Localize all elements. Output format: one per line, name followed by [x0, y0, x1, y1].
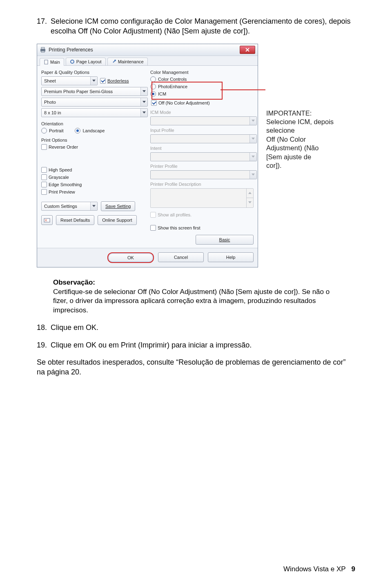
show-first-check[interactable]: Show this screen first — [150, 225, 200, 231]
stepper — [246, 189, 253, 207]
checkbox-icon — [150, 225, 156, 231]
group-label: Color Management — [150, 70, 254, 75]
svg-rect-3 — [45, 60, 48, 64]
basic-button[interactable]: Basic — [196, 235, 254, 245]
orientation-label: Orientation — [41, 121, 145, 126]
radio-icon — [75, 128, 80, 134]
ppd-box — [150, 188, 254, 208]
save-setting-button[interactable]: Save Setting — [101, 201, 135, 211]
chevron-down-icon — [140, 87, 147, 96]
chevron-down-icon — [249, 171, 256, 179]
input-profile-label: Input Profile — [150, 128, 254, 133]
value: Sheet — [44, 78, 56, 83]
tab-page-layout[interactable]: Page Layout — [66, 58, 106, 65]
cancel-button[interactable]: Cancel — [158, 252, 204, 262]
t: (Não [Sem ajuste de cor]). — [162, 27, 250, 35]
intent-label: Intent — [150, 146, 254, 151]
print-preview-check[interactable]: Print Preview — [41, 189, 145, 195]
checkbox-icon — [41, 174, 47, 180]
step-number: 17. — [37, 16, 51, 36]
label: ICM — [158, 91, 166, 96]
sheet-dropdown[interactable]: Sheet — [41, 76, 98, 85]
icm-mode-label: ICM Mode — [150, 110, 254, 115]
chevron-up-icon — [248, 192, 252, 194]
t: Clique em — [51, 341, 86, 349]
svg-point-4 — [71, 60, 74, 63]
tab-main[interactable]: Main — [40, 58, 64, 66]
printer-profile-dropdown — [150, 170, 257, 179]
tab-bar: Main Page Layout Maintenance — [37, 56, 258, 65]
t: Adjustment) — [266, 144, 302, 151]
callout-text: Selecione ICM, depois selecione — [266, 118, 350, 135]
custom-settings-dropdown[interactable]: Custom Settings — [41, 202, 98, 211]
wrench-icon — [111, 59, 116, 64]
checkbox-icon — [41, 182, 47, 187]
portrait-radio[interactable]: Portrait — [41, 128, 63, 134]
chevron-down-icon — [249, 117, 256, 125]
reset-defaults-button[interactable]: Reset Defaults — [56, 215, 94, 225]
left-column: Paper & Quality Options Sheet Borderless… — [41, 69, 145, 245]
label: Color Controls — [158, 77, 187, 82]
label: Landscape — [82, 128, 105, 133]
checkbox-icon — [41, 144, 47, 150]
t: cor]). — [266, 162, 282, 169]
help-button[interactable]: Help — [208, 252, 254, 262]
tab-label: Maintenance — [118, 59, 144, 64]
page-footer: Windows Vista e XP 9 — [283, 565, 355, 573]
reset-icon-button[interactable] — [41, 215, 53, 225]
label: Grayscale — [49, 175, 69, 180]
t: ou em — [96, 341, 121, 349]
t: Print — [121, 341, 136, 349]
label: High Speed — [49, 167, 72, 172]
printing-preferences-dialog: Printing Preferences Main Page Layout Ma… — [37, 44, 258, 267]
label: Show all profiles. — [158, 212, 192, 217]
borderless-check[interactable]: Borderless — [100, 78, 129, 84]
value: Photo — [44, 100, 56, 105]
t: ICM — [298, 118, 310, 125]
group-label: Paper & Quality Options — [41, 70, 145, 75]
online-support-button[interactable]: Online Support — [98, 215, 136, 225]
value: 8 x 10 in — [44, 110, 61, 115]
close-button[interactable] — [240, 46, 255, 54]
note: Observação: Certifique-se de selecionar … — [53, 278, 339, 316]
section-name: Windows Vista e XP — [283, 565, 345, 573]
paper-dropdown[interactable]: Premium Photo Paper Semi-Gloss — [41, 87, 148, 96]
note-label: Observação: — [53, 278, 95, 286]
quality-dropdown[interactable]: Photo — [41, 98, 148, 107]
grayscale-check[interactable]: Grayscale — [41, 174, 145, 180]
intent-dropdown — [150, 152, 257, 161]
checkbox-icon — [151, 100, 157, 106]
edge-smoothing-check[interactable]: Edge Smoothing — [41, 182, 145, 187]
t: Selecione — [51, 17, 85, 25]
callout: IMPORTANTE: Selecione ICM, depois seleci… — [266, 109, 350, 170]
step-number: 18. — [37, 323, 51, 332]
t: (Não — [302, 144, 318, 151]
tab-maintenance[interactable]: Maintenance — [107, 58, 148, 65]
tab-label: Main — [50, 60, 60, 65]
color-controls-radio[interactable]: Color Controls — [150, 76, 254, 82]
callout-text: cor]). — [266, 161, 350, 170]
step-number: 19. — [37, 340, 51, 350]
size-dropdown[interactable]: 8 x 10 in — [41, 108, 148, 117]
off-label: Off (No Color Adjustment) — [78, 27, 162, 35]
reset-icon — [44, 217, 50, 223]
ok-button[interactable]: OK — [107, 252, 154, 263]
photoenhance-radio[interactable]: PhotoEnhance — [150, 84, 254, 89]
chevron-down-icon — [90, 202, 97, 210]
label: Print Preview — [49, 189, 75, 194]
label: Borderless — [107, 78, 129, 83]
gear-icon — [70, 59, 75, 64]
landscape-radio[interactable]: Landscape — [75, 128, 105, 134]
step-text: Clique em OK. — [51, 323, 355, 332]
high-speed-check[interactable]: High Speed — [41, 167, 145, 173]
step-19: 19. Clique em OK ou em Print (Imprimir) … — [37, 340, 355, 350]
ppd-label: Printer Profile Description — [150, 182, 254, 187]
icm-radio[interactable]: ICM — [150, 91, 254, 97]
off-no-color-check[interactable]: Off (No Color Adjustment) — [151, 100, 254, 106]
callout-line — [220, 89, 265, 90]
svg-rect-2 — [41, 51, 45, 52]
step-18: 18. Clique em OK. — [37, 323, 355, 332]
step-17: 17. Selecione ICM como configuração de C… — [37, 16, 355, 36]
reverse-order-check[interactable]: Reverse Order — [41, 144, 145, 150]
t: Selecione — [266, 118, 298, 125]
